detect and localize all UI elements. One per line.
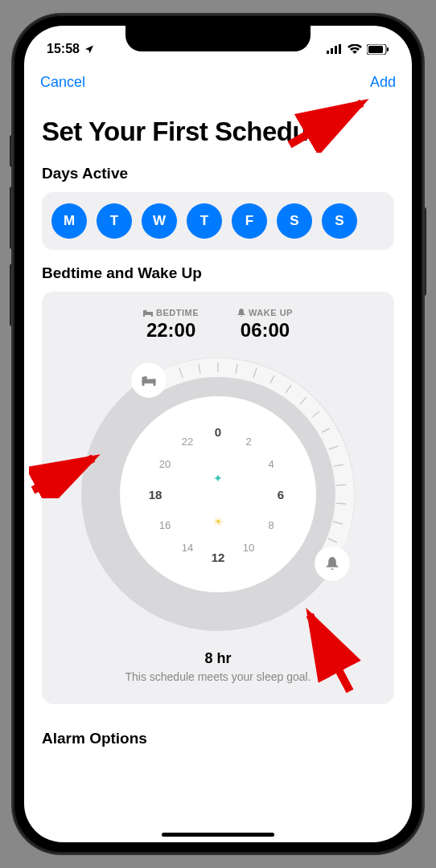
svg-rect-2 xyxy=(335,46,337,54)
day-chip-sat[interactable]: S xyxy=(277,203,312,239)
day-chip-tue[interactable]: T xyxy=(97,203,132,239)
wakeup-value: 06:00 xyxy=(237,319,293,342)
svg-line-23 xyxy=(336,485,346,485)
home-indicator[interactable] xyxy=(162,833,274,837)
phone-frame: 15:58 Cancel Add Set Your First Schedule… xyxy=(13,14,423,854)
battery-icon xyxy=(367,44,389,55)
bell-icon xyxy=(326,557,339,570)
page-title: Set Your First Schedule xyxy=(24,96,412,165)
wakeup-block: WAKE UP 06:00 xyxy=(237,308,293,342)
days-active-section: Days Active M T W T F S S xyxy=(24,165,412,264)
svg-line-24 xyxy=(336,503,346,504)
days-container: M T W T F S S xyxy=(42,192,394,250)
screen: 15:58 Cancel Add Set Your First Schedule… xyxy=(24,26,412,842)
svg-rect-0 xyxy=(327,51,329,54)
day-chip-sun[interactable]: S xyxy=(322,203,357,239)
clock-face: 0 6 12 18 2 4 8 10 14 16 20 22 ✦ ☀ xyxy=(138,414,298,575)
bedtime-block: BEDTIME 22:00 xyxy=(143,308,199,342)
svg-point-33 xyxy=(144,376,147,379)
svg-rect-6 xyxy=(387,47,389,51)
svg-rect-3 xyxy=(339,44,341,54)
wakeup-handle[interactable] xyxy=(315,546,350,581)
day-chip-fri[interactable]: F xyxy=(232,203,267,239)
alarm-options-header: Alarm Options xyxy=(24,719,412,747)
bedtime-header: Bedtime and Wake Up xyxy=(42,264,394,282)
night-star-icon: ✦ xyxy=(213,472,223,485)
sleep-goal-text: This schedule meets your sleep goal. xyxy=(51,670,385,683)
days-active-header: Days Active xyxy=(42,165,394,182)
svg-point-10 xyxy=(145,310,147,313)
bedtime-container: BEDTIME 22:00 WAKE UP 06:00 xyxy=(42,292,394,704)
wifi-icon xyxy=(348,44,362,54)
cancel-button[interactable]: Cancel xyxy=(40,74,85,91)
svg-rect-32 xyxy=(154,379,156,386)
bell-icon xyxy=(237,309,245,317)
svg-rect-1 xyxy=(331,48,333,54)
svg-rect-5 xyxy=(368,46,383,53)
bed-icon xyxy=(142,375,156,386)
cellular-signal-icon xyxy=(327,44,343,54)
bedtime-section: Bedtime and Wake Up BEDTIME 22:00 WAKE U… xyxy=(24,264,412,719)
day-chip-mon[interactable]: M xyxy=(51,203,87,239)
sleep-duration: 8 hr xyxy=(51,650,385,667)
navigation-bar: Cancel Add xyxy=(24,63,412,96)
bedtime-handle[interactable] xyxy=(131,362,167,398)
day-chip-wed[interactable]: W xyxy=(142,203,177,239)
bedtime-value: 22:00 xyxy=(143,319,199,342)
day-chip-thu[interactable]: T xyxy=(187,203,222,239)
svg-rect-9 xyxy=(151,312,153,317)
add-button[interactable]: Add xyxy=(370,74,396,91)
sleep-dial[interactable]: 0 6 12 18 2 4 8 10 14 16 20 22 ✦ ☀ xyxy=(81,358,355,631)
sun-icon: ☀ xyxy=(213,515,224,528)
location-arrow-icon xyxy=(84,44,94,54)
status-time: 15:58 xyxy=(47,42,80,56)
notch xyxy=(125,26,311,51)
bed-icon xyxy=(143,309,153,317)
